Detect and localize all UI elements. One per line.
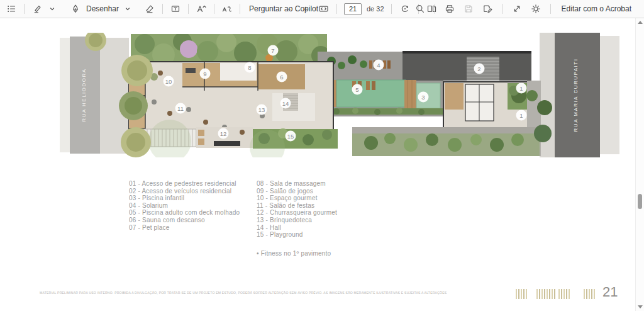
legend-item: 02 - Acesso de veículos residencial (129, 188, 240, 195)
search-icon[interactable] (414, 1, 426, 16)
font-size-icon[interactable] (195, 1, 208, 16)
plan-marker: 12 (220, 130, 227, 137)
divider (162, 4, 163, 14)
legend-item: 08 - Sala de massagem (257, 180, 337, 188)
divider (550, 4, 551, 14)
legend-item: 05 - Piscina adulto com deck molhado (129, 209, 240, 217)
highlighter-dropdown-icon[interactable] (46, 1, 58, 16)
legend-item: 11 - Salão de festas (257, 202, 337, 210)
legend-item: 13 - Brinquedoteca (257, 217, 337, 224)
street-label-left: RUA HELIODORA (81, 68, 87, 122)
legend-item: 01 - Acesso de pedestres residencial (129, 180, 240, 188)
add-text-icon[interactable] (169, 1, 182, 16)
plan-marker: 5 (355, 86, 358, 93)
divider (24, 4, 25, 14)
scroll-down-icon[interactable] (638, 305, 643, 308)
plan-marker: 11 (177, 105, 184, 112)
edit-with-acrobat-button[interactable]: Editar com o Acrobat (559, 1, 634, 16)
plan-marker: 1 (519, 112, 523, 119)
eraser-icon[interactable] (143, 1, 156, 16)
legend-item: 03 - Piscina infantil (129, 195, 240, 202)
scroll-up-icon[interactable] (638, 21, 643, 24)
save-as-icon[interactable] (481, 1, 494, 16)
plan-marker: 6 (280, 74, 283, 81)
vertical-scrollbar[interactable] (635, 18, 644, 311)
legend-item: 07 - Pet place (129, 224, 240, 232)
zoom-in-icon[interactable]: + (299, 1, 312, 16)
save-icon (462, 1, 475, 16)
fit-width-icon[interactable] (317, 1, 330, 16)
legend-item: 14 - Hall (257, 224, 337, 232)
scrollbar-thumb[interactable] (638, 194, 642, 209)
highlighter-icon[interactable] (31, 1, 43, 16)
divider (240, 4, 240, 14)
divider (435, 4, 435, 14)
brand-bars (558, 289, 570, 299)
expand-icon[interactable] (511, 1, 523, 16)
divider (502, 4, 502, 14)
plan-marker: 3 (421, 94, 425, 101)
plan-marker: 14 (282, 100, 289, 107)
brand-bars (536, 289, 555, 299)
plan-marker: 2 (477, 65, 480, 72)
page-number-input[interactable] (344, 3, 362, 15)
legend-item: 04 - Solarium (129, 202, 240, 210)
legend-note: • Fitness no 1º pavimento (257, 250, 331, 257)
plan-marker: 9 (203, 71, 206, 77)
floor-plan-svg: RUA HELIODORA RUA MARIA CURUPAITI (60, 33, 619, 157)
pdf-toolbar: Desenhar (0, 0, 644, 18)
pdf-page: RUA HELIODORA RUA MARIA CURUPAITI (0, 18, 636, 311)
divider (336, 4, 337, 14)
plan-marker: 10 (165, 78, 172, 85)
page-number: 21 (602, 284, 618, 300)
plan-marker: 15 (287, 133, 294, 140)
draw-label[interactable]: Desenhar (86, 4, 119, 13)
street-label-right: RUA MARIA CURUPAITI (573, 59, 579, 132)
draw-pen-icon[interactable] (69, 1, 82, 16)
disclaimer-text: MATERIAL PRELIMINAR PARA USO INTERNO. PR… (40, 291, 447, 295)
plan-marker: 8 (248, 64, 251, 71)
plan-marker: 13 (258, 106, 265, 113)
legend-item: 10 - Espaço gourmet (257, 195, 337, 202)
divider (391, 4, 392, 14)
floor-plan-image: RUA HELIODORA RUA MARIA CURUPAITI (60, 33, 619, 157)
legend-item: 06 - Sauna com descanso (129, 217, 240, 224)
brand-bars (584, 289, 595, 299)
read-aloud-icon[interactable] (221, 1, 233, 16)
legend-column-2: 08 - Sala de massagem 09 - Salão de jogo… (257, 180, 337, 239)
page-total-label: de 32 (367, 5, 384, 13)
plan-marker: 7 (271, 47, 274, 54)
print-icon[interactable] (443, 1, 456, 16)
draw-dropdown-icon[interactable] (121, 1, 134, 16)
plan-marker: 4 (377, 62, 380, 69)
legend-item: 15 - Playground (257, 231, 337, 239)
rotate-icon[interactable] (399, 1, 411, 16)
divider (214, 4, 214, 14)
brand-bars (516, 289, 527, 299)
settings-icon[interactable] (530, 1, 542, 16)
toc-icon[interactable] (5, 1, 18, 16)
divider (188, 4, 189, 14)
zoom-out-icon[interactable]: − (282, 1, 294, 16)
plan-marker: 1 (519, 85, 523, 92)
legend-item: 12 - Churrasqueira gourmet (257, 209, 337, 217)
legend-column-1: 01 - Acesso de pedestres residencial 02 … (129, 180, 240, 231)
legend-item: 09 - Salão de jogos (257, 188, 337, 195)
